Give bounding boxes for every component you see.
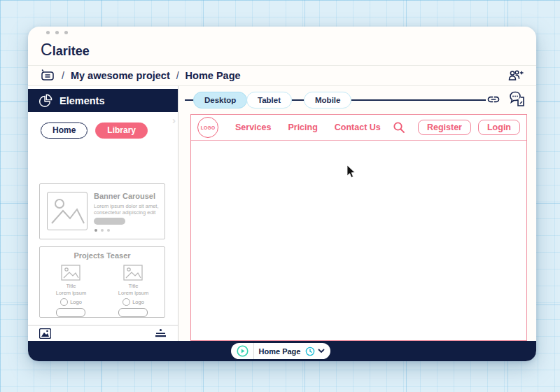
card-title: Projects Teaser bbox=[40, 251, 164, 260]
teaser-item: Title Lorem ipsum Logo bbox=[118, 265, 148, 317]
elements-icon bbox=[37, 93, 52, 108]
mouse-cursor bbox=[346, 165, 357, 179]
image-placeholder-icon bbox=[47, 192, 88, 230]
teaser-logo-row: Logo bbox=[122, 298, 144, 306]
logo-circle-icon bbox=[60, 298, 68, 306]
breadcrumb-separator: / bbox=[62, 70, 64, 81]
image-placeholder-icon bbox=[123, 265, 143, 281]
sidebar-title: Elements bbox=[59, 95, 104, 106]
teaser-item: Title Lorem ipsum Logo bbox=[56, 265, 86, 317]
teaser-subtitle: Lorem ipsum bbox=[56, 290, 86, 296]
button-placeholder bbox=[94, 218, 125, 225]
bottom-bar: Home Page bbox=[28, 341, 536, 361]
wireframe-navbar[interactable]: LOGO Services Pricing Contact Us Registe… bbox=[191, 115, 526, 141]
wireframe-canvas[interactable]: LOGO Services Pricing Contact Us Registe… bbox=[190, 114, 527, 341]
element-card-projects-teaser[interactable]: Projects Teaser Title Lorem ipsum Logo bbox=[39, 246, 165, 318]
app-logo-text: laritee bbox=[52, 44, 90, 59]
wireframe-login-button[interactable]: Login bbox=[478, 120, 520, 135]
comments-icon[interactable] bbox=[507, 88, 528, 109]
teaser-subtitle: Lorem ipsum bbox=[118, 290, 148, 296]
align-bottom-icon[interactable] bbox=[155, 328, 167, 338]
window-controls bbox=[46, 31, 68, 34]
teaser-title: Title bbox=[129, 283, 139, 289]
image-placeholder-icon bbox=[61, 265, 80, 281]
window-dot bbox=[46, 31, 50, 34]
sidebar-collapse-chevron[interactable]: › bbox=[172, 114, 176, 126]
breadcrumb-page[interactable]: Home Page bbox=[186, 70, 241, 81]
wireframe-nav-link-contact[interactable]: Contact Us bbox=[335, 122, 381, 132]
teaser-logo-row: Logo bbox=[60, 298, 82, 306]
tab-mobile[interactable]: Mobile bbox=[304, 92, 351, 108]
element-card-banner-carousel[interactable]: Banner Carousel Lorem ipsum dolor sit am… bbox=[39, 183, 165, 239]
breadcrumb: / My awesome project / Home Page bbox=[28, 66, 536, 85]
tab-desktop[interactable]: Desktop bbox=[193, 92, 247, 108]
page-selector[interactable]: Home Page bbox=[231, 343, 330, 359]
window-dot bbox=[64, 31, 68, 34]
sidebar-footer bbox=[28, 325, 178, 341]
teaser-columns: Title Lorem ipsum Logo Title Lorem ips bbox=[40, 265, 164, 317]
add-users-icon[interactable] bbox=[506, 69, 524, 83]
breadcrumb-project[interactable]: My awesome project bbox=[71, 70, 170, 81]
sidebar-tabs: Home Library bbox=[41, 122, 148, 139]
sidebar-tab-library[interactable]: Library bbox=[95, 122, 148, 139]
wireframe-nav-link-services[interactable]: Services bbox=[235, 122, 271, 132]
button-placeholder bbox=[118, 308, 148, 317]
sidebar-header: Elements bbox=[28, 89, 178, 112]
elements-sidebar: Elements › Home Library Banner Carousel … bbox=[28, 86, 178, 341]
tab-tablet[interactable]: Tablet bbox=[246, 92, 292, 108]
card-description: consectetur adipiscing edit bbox=[94, 209, 155, 216]
link-icon[interactable] bbox=[485, 92, 502, 106]
teaser-title: Title bbox=[66, 283, 76, 289]
button-placeholder bbox=[56, 308, 85, 317]
wireframe-nav-link-pricing[interactable]: Pricing bbox=[288, 122, 317, 132]
wireframe-register-button[interactable]: Register bbox=[418, 120, 471, 135]
card-title: Banner Carousel bbox=[94, 192, 155, 200]
app-window: Claritee / My awesome project / Home Pag… bbox=[28, 27, 536, 361]
page-label-icon bbox=[40, 69, 55, 82]
app-logo-letter: C bbox=[41, 43, 52, 56]
app-logo: Claritee bbox=[41, 43, 90, 59]
search-icon[interactable] bbox=[393, 121, 405, 134]
window-dot bbox=[55, 31, 59, 34]
wireframe-logo[interactable]: LOGO bbox=[197, 117, 218, 138]
breadcrumb-separator: / bbox=[176, 70, 179, 81]
card-description: Lorem ipsum dolor sit amet, bbox=[94, 203, 159, 209]
clock-icon[interactable] bbox=[305, 346, 315, 356]
images-icon[interactable] bbox=[39, 328, 51, 339]
sidebar-tab-home[interactable]: Home bbox=[41, 122, 88, 139]
logo-circle-icon bbox=[122, 298, 130, 306]
play-button[interactable] bbox=[231, 343, 254, 359]
chevron-down-icon[interactable] bbox=[318, 349, 325, 354]
page-selector-label[interactable]: Home Page bbox=[254, 347, 305, 356]
carousel-dots bbox=[94, 229, 110, 232]
teaser-logo-label: Logo bbox=[132, 299, 144, 305]
teaser-logo-label: Logo bbox=[70, 299, 82, 305]
